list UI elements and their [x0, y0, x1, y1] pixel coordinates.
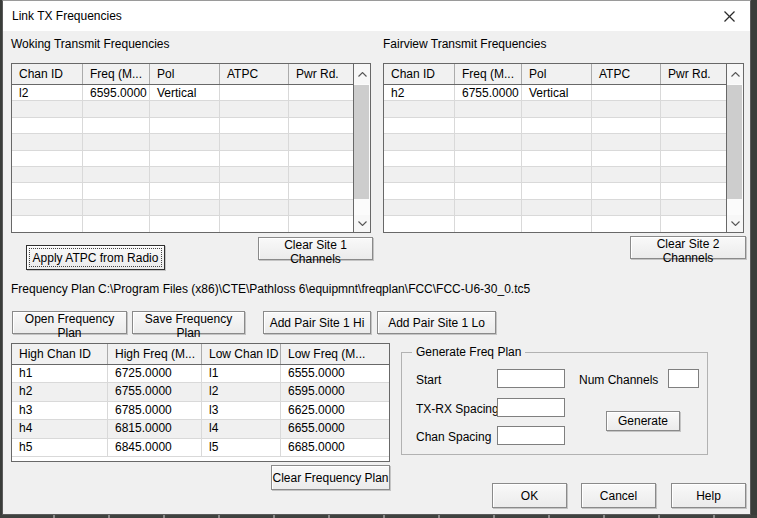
table-cell[interactable]	[455, 118, 522, 133]
table-cell[interactable]: l2	[12, 85, 83, 100]
table-row[interactable]: h56845.0000l56685.0000	[12, 439, 389, 457]
add-pair-site1-hi-button[interactable]: Add Pair Site 1 Hi	[263, 311, 371, 334]
column-header[interactable]: High Chan ID	[12, 344, 108, 364]
table-cell[interactable]	[522, 118, 592, 133]
table-cell[interactable]	[384, 200, 455, 215]
table-cell[interactable]	[455, 183, 522, 198]
table-cell[interactable]: 6655.0000	[281, 420, 389, 437]
generate-button[interactable]: Generate	[606, 411, 680, 431]
table-cell[interactable]	[592, 151, 661, 166]
table-row[interactable]	[384, 101, 726, 117]
table-row[interactable]	[12, 101, 353, 117]
chan-spacing-input[interactable]	[497, 426, 565, 445]
column-header[interactable]: Low Chan ID	[202, 344, 281, 364]
table-cell[interactable]: 6625.0000	[281, 402, 389, 419]
table-cell[interactable]	[592, 118, 661, 133]
column-header[interactable]: Pol	[522, 64, 592, 84]
table-cell[interactable]	[150, 134, 220, 149]
table-cell[interactable]: 6555.0000	[281, 365, 389, 382]
table-cell[interactable]: h1	[12, 365, 108, 382]
table-cell[interactable]	[220, 167, 289, 182]
table-cell[interactable]	[661, 216, 726, 231]
table-cell[interactable]	[522, 167, 592, 182]
table-cell[interactable]	[83, 167, 150, 182]
table-cell[interactable]: l3	[202, 402, 281, 419]
help-button[interactable]: Help	[671, 483, 746, 508]
table-cell[interactable]	[150, 183, 220, 198]
ok-button[interactable]: OK	[492, 483, 567, 508]
table-cell[interactable]: 6595.0000	[83, 85, 150, 100]
table-cell[interactable]	[592, 167, 661, 182]
column-header[interactable]: Low Freq (M...	[281, 344, 389, 364]
table-cell[interactable]	[661, 118, 726, 133]
table-cell[interactable]	[289, 167, 353, 182]
table-cell[interactable]	[289, 151, 353, 166]
table-cell[interactable]: 6755.0000	[108, 383, 202, 400]
column-header[interactable]: Chan ID	[12, 64, 83, 84]
table-cell[interactable]	[12, 216, 83, 231]
num-channels-input[interactable]	[668, 369, 699, 388]
table-cell[interactable]	[384, 101, 455, 116]
column-header[interactable]: ATPC	[592, 64, 661, 84]
table-cell[interactable]	[289, 85, 353, 100]
table-cell[interactable]: l5	[202, 439, 281, 456]
table-cell[interactable]	[592, 216, 661, 231]
table-cell[interactable]	[12, 118, 83, 133]
table-cell[interactable]	[150, 167, 220, 182]
table-cell[interactable]	[220, 151, 289, 166]
table-cell[interactable]	[384, 134, 455, 149]
table-cell[interactable]	[384, 216, 455, 231]
table-cell[interactable]	[661, 101, 726, 116]
table-cell[interactable]: 6815.0000	[108, 420, 202, 437]
table-cell[interactable]	[661, 200, 726, 215]
table-cell[interactable]	[661, 151, 726, 166]
table-cell[interactable]	[455, 167, 522, 182]
open-frequency-plan-button[interactable]: Open Frequency Plan	[12, 311, 127, 334]
table-row[interactable]: h26755.0000l26595.0000	[12, 383, 389, 401]
table-row[interactable]	[12, 118, 353, 134]
table-cell[interactable]	[220, 118, 289, 133]
cancel-button[interactable]: Cancel	[581, 483, 656, 508]
table-cell[interactable]	[592, 134, 661, 149]
table-row[interactable]	[12, 183, 353, 199]
table-cell[interactable]	[12, 101, 83, 116]
table-cell[interactable]: h4	[12, 420, 108, 437]
table-row[interactable]: l26595.0000Vertical	[12, 85, 353, 101]
table-cell[interactable]	[661, 134, 726, 149]
site1-scrollbar[interactable]	[353, 64, 370, 232]
table-cell[interactable]	[83, 134, 150, 149]
table-cell[interactable]	[12, 151, 83, 166]
table-cell[interactable]	[289, 134, 353, 149]
table-cell[interactable]: Vertical	[522, 85, 592, 100]
table-row[interactable]	[12, 216, 353, 232]
table-cell[interactable]	[455, 200, 522, 215]
scroll-up-icon[interactable]	[727, 64, 743, 84]
table-cell[interactable]: l1	[202, 365, 281, 382]
table-cell[interactable]	[220, 183, 289, 198]
table-cell[interactable]: h5	[12, 439, 108, 456]
table-cell[interactable]: l2	[202, 383, 281, 400]
table-cell[interactable]	[289, 101, 353, 116]
table-cell[interactable]	[83, 183, 150, 198]
table-cell[interactable]	[661, 85, 726, 100]
scroll-down-icon[interactable]	[354, 215, 370, 232]
clear-frequency-plan-button[interactable]: Clear Frequency Plan	[271, 465, 390, 490]
table-cell[interactable]	[150, 200, 220, 215]
table-cell[interactable]	[522, 151, 592, 166]
start-input[interactable]	[497, 369, 565, 388]
table-row[interactable]	[384, 183, 726, 199]
column-header[interactable]: Pwr Rd.	[289, 64, 353, 84]
table-cell[interactable]	[83, 200, 150, 215]
table-cell[interactable]: 6685.0000	[281, 439, 389, 456]
table-cell[interactable]	[150, 101, 220, 116]
table-cell[interactable]	[384, 151, 455, 166]
table-cell[interactable]	[12, 200, 83, 215]
save-frequency-plan-button[interactable]: Save Frequency Plan	[132, 311, 245, 334]
table-row[interactable]	[384, 200, 726, 216]
table-cell[interactable]	[289, 216, 353, 231]
table-row[interactable]: h46815.0000l46655.0000	[12, 420, 389, 438]
table-cell[interactable]	[220, 216, 289, 231]
table-cell[interactable]	[289, 183, 353, 198]
table-row[interactable]	[12, 134, 353, 150]
column-header[interactable]: Freq (M...	[83, 64, 150, 84]
